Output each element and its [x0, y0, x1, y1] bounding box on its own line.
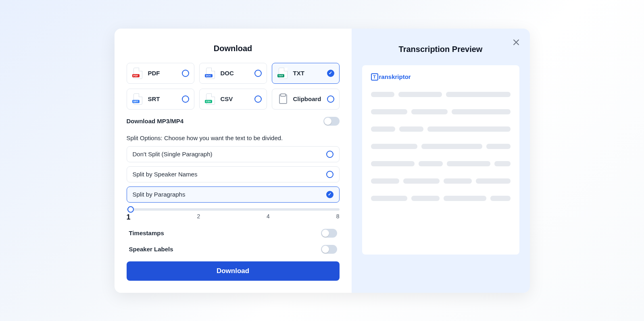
radio-indicator	[326, 171, 333, 178]
radio-indicator	[327, 95, 334, 103]
split-label: Split by Paragraphs	[133, 191, 185, 198]
preview-card: T ranskriptor	[362, 65, 519, 255]
download-config-panel: Download PDF PDF DOC DOC TXT TXT SRT SRT	[115, 29, 352, 293]
format-option-clipboard[interactable]: Clipboard	[272, 89, 340, 110]
format-option-doc[interactable]: DOC DOC	[199, 63, 267, 84]
download-title: Download	[127, 44, 340, 53]
radio-indicator	[326, 191, 333, 198]
doc-file-icon: DOC	[204, 67, 217, 79]
format-option-pdf[interactable]: PDF PDF	[127, 63, 194, 84]
srt-file-icon: SRT	[132, 93, 144, 105]
speaker-labels-toggle[interactable]	[321, 245, 337, 254]
skeleton-row	[371, 196, 511, 201]
speaker-labels-row: Speaker Labels	[129, 245, 337, 254]
format-option-txt[interactable]: TXT TXT	[272, 63, 340, 84]
format-label: DOC	[221, 70, 254, 77]
radio-indicator	[182, 95, 189, 103]
pdf-file-icon: PDF	[132, 67, 144, 79]
csv-file-icon: CSV	[204, 93, 217, 105]
split-section-label: Split Options: Choose how you want the t…	[127, 135, 340, 141]
close-icon[interactable]	[511, 37, 522, 48]
radio-indicator	[254, 70, 262, 77]
logo-letter: T	[371, 73, 378, 81]
format-label: CSV	[221, 95, 254, 102]
radio-indicator	[327, 70, 334, 77]
radio-indicator	[254, 95, 262, 103]
transkriptor-logo: T ranskriptor	[371, 73, 511, 81]
split-option-speaker[interactable]: Split by Speaker Names	[127, 166, 340, 182]
txt-file-icon: TXT	[277, 67, 289, 79]
mp3mp4-label: Download MP3/MP4	[127, 118, 184, 124]
skeleton-row	[371, 161, 511, 166]
radio-indicator	[326, 151, 333, 158]
format-grid: PDF PDF DOC DOC TXT TXT SRT SRT CSV	[127, 63, 340, 110]
download-button[interactable]: Download	[127, 261, 340, 281]
slider-tick: 8	[336, 213, 340, 222]
skeleton-row	[371, 144, 511, 149]
clipboard-icon	[277, 93, 289, 105]
radio-indicator	[182, 70, 189, 77]
timestamps-row: Timestamps	[129, 229, 337, 238]
slider-tick: 4	[267, 213, 270, 222]
split-label: Split by Speaker Names	[133, 171, 198, 178]
slider-ticks: 1 2 4 8	[127, 213, 340, 222]
slider-tick: 2	[197, 213, 200, 222]
format-option-srt[interactable]: SRT SRT	[127, 89, 194, 110]
split-option-none[interactable]: Don't Split (Single Paragraph)	[127, 146, 340, 162]
slider-track[interactable]	[127, 208, 340, 211]
split-label: Don't Split (Single Paragraph)	[133, 151, 213, 157]
preview-panel: Transcription Preview T ranskriptor	[352, 29, 530, 293]
skeleton-row	[371, 178, 511, 184]
mp3mp4-toggle[interactable]	[323, 117, 340, 126]
logo-text: ranskriptor	[379, 73, 411, 80]
slider-tick: 1	[127, 213, 131, 222]
format-label: TXT	[293, 70, 327, 77]
speaker-labels-label: Speaker Labels	[129, 246, 173, 253]
skeleton-row	[371, 109, 511, 114]
timestamps-toggle[interactable]	[321, 229, 337, 238]
preview-title: Transcription Preview	[362, 45, 519, 54]
format-label: SRT	[148, 95, 182, 102]
paragraph-slider: 1 2 4 8	[127, 208, 340, 222]
format-label: Clipboard	[293, 95, 327, 102]
split-option-paragraphs[interactable]: Split by Paragraphs	[127, 186, 340, 203]
timestamps-label: Timestamps	[129, 230, 164, 236]
download-modal: Download PDF PDF DOC DOC TXT TXT SRT SRT	[115, 29, 530, 293]
mp3mp4-row: Download MP3/MP4	[127, 117, 340, 126]
format-label: PDF	[148, 70, 182, 77]
slider-thumb[interactable]	[127, 206, 134, 213]
skeleton-row	[371, 126, 511, 132]
skeleton-row	[371, 92, 511, 97]
format-option-csv[interactable]: CSV CSV	[199, 89, 267, 110]
